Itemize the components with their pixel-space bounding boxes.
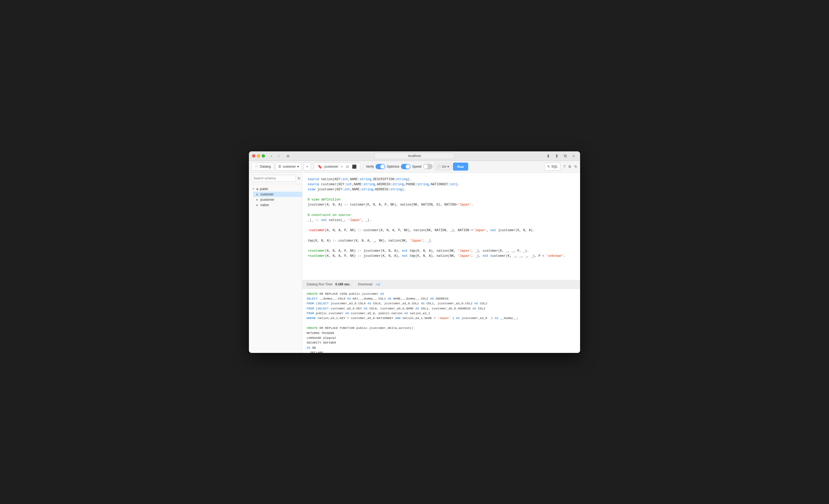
run-time-value: 0.166 sec.	[335, 282, 350, 286]
main-content: ↻ ▼ ◈ public ▶ customer ▶ jcustomer	[249, 173, 580, 353]
sql-line-11: SECURITY DEFINER	[307, 340, 576, 345]
item-label: jcustomer	[260, 198, 274, 201]
bookmark-icon[interactable]: 🔖	[317, 164, 323, 169]
catalog-icon: 📄	[255, 165, 258, 168]
settings-icon[interactable]: ⚙	[568, 164, 572, 169]
sql-line-9: RETURNS TRIGGER	[307, 331, 576, 336]
chevron-down-icon: ▾	[297, 165, 299, 168]
tree-item-customer[interactable]: ▶ customer	[253, 192, 302, 197]
run-button[interactable]: Run	[453, 163, 468, 170]
optimize-toggle-group: Optimize	[387, 164, 410, 169]
code-line-9: _|_ :- not nation(_, 'Japan', _).	[308, 218, 575, 223]
verify-toggle[interactable]	[375, 164, 385, 169]
forward-button[interactable]: ›	[276, 153, 282, 159]
code-line-7	[308, 208, 575, 213]
code-line-3: view jcustomer(KEY:int,NAME:string,ADDRE…	[308, 187, 575, 192]
speed-knob	[424, 164, 428, 169]
time-dropdown[interactable]: 🕐 1m ▾	[434, 163, 452, 170]
toolbar: 📄 Datalog ☰ customer ▾ + 🔖 jcustomer × ⧉…	[249, 161, 580, 173]
result-code[interactable]: CREATE OR REPLACE VIEW public.jcustomer …	[302, 289, 580, 353]
chevron-down-icon: ▾	[447, 165, 449, 168]
code-line-2: source customer(KEY:int,NAME:string,ADDR…	[308, 182, 575, 187]
sql-line-7	[307, 321, 576, 326]
item-label: nation	[260, 203, 269, 207]
edit-icon: ✎	[547, 165, 550, 168]
editor-area: source nation(KEY:int,NAME:string,DESCRI…	[302, 173, 580, 353]
tree-root-public[interactable]: ▼ ◈ public	[249, 186, 302, 192]
code-line-10	[308, 223, 575, 228]
search-bar: ↻	[249, 173, 302, 184]
new-tab-icon[interactable]: ＋	[571, 153, 577, 159]
tree-item-nation[interactable]: ▶ nation	[253, 202, 302, 208]
maximize-button[interactable]	[262, 154, 265, 157]
share-icon[interactable]: ⬆	[553, 153, 560, 159]
search-input[interactable]	[251, 175, 296, 182]
item-arrow: ▶	[256, 198, 259, 201]
sql-line-3: FROM (SELECT jcustomer_a3_0.COL0 AS COL0…	[307, 301, 576, 306]
sql-button[interactable]: ✎ SQL	[544, 163, 561, 170]
url-bar[interactable]: localhost	[374, 153, 455, 159]
speed-toggle[interactable]	[423, 164, 433, 169]
item-label: customer	[260, 192, 274, 196]
time-label: 1m	[442, 165, 446, 168]
sql-line-13: DECLARE	[307, 350, 576, 353]
sidebar: ↻ ▼ ◈ public ▶ customer ▶ jcustomer	[249, 173, 302, 353]
refresh-icon[interactable]: ↻	[574, 164, 577, 169]
tree-item-jcustomer[interactable]: ▶ jcustomer	[253, 197, 302, 202]
run-time-label: Datalog Run Time:	[307, 282, 333, 286]
titlebar-actions: ⬇ ⬆ ⧉ ＋	[545, 153, 577, 159]
close-button[interactable]	[252, 154, 255, 157]
speed-label: Speed	[412, 165, 422, 168]
editor-top[interactable]: source nation(KEY:int,NAME:string,DESCRI…	[302, 173, 580, 280]
code-line-15: +customer(K, N, A, P, NK) :- jcustomer(K…	[308, 248, 575, 254]
table-label: customer	[283, 165, 296, 168]
table-selector[interactable]: ☰ customer ▾	[275, 163, 301, 170]
code-line-13: tmp(K, N, A) :- customer(K, N, A, _, NK)…	[308, 238, 575, 243]
back-button[interactable]: ‹	[268, 153, 275, 159]
traffic-lights	[252, 154, 265, 157]
add-tab-button[interactable]: +	[303, 163, 311, 170]
sql-line-6: WHERE nation_a3_1.KEY = customer_a5_0.NA…	[307, 316, 576, 321]
item-arrow: ▶	[256, 193, 259, 196]
optimize-knob	[406, 164, 410, 169]
toolbar-right: ✎ SQL ? ⚙ ↻	[544, 163, 577, 170]
item-arrow: ▶	[256, 204, 259, 206]
verify-knob	[380, 164, 385, 169]
minimize-button[interactable]	[257, 154, 260, 157]
code-line-11: -customer(K, N, A, P, NK) :- customer(K,…	[308, 228, 575, 233]
window-icon[interactable]: ⧉	[562, 153, 568, 159]
sql-line-5: FROM public.customer AS customer_a5_0, p…	[307, 311, 576, 316]
schema-icon: ◈	[256, 187, 258, 191]
tab-label: jcustomer	[324, 165, 338, 168]
save-tab-icon[interactable]: ⬛	[351, 164, 357, 169]
plus-icon: +	[307, 165, 308, 168]
code-line-8: % constraint on source:	[308, 213, 575, 218]
close-tab-icon[interactable]: ×	[340, 164, 344, 169]
clock-icon: 🕐	[437, 165, 441, 168]
schema-label: public	[260, 187, 268, 191]
nav-buttons: ‹ › ⊞	[268, 153, 291, 159]
main-window: ‹ › ⊞ localhost ⬇ ⬆ ⧉ ＋ 📄 Datalog ☰ cust…	[249, 151, 580, 353]
sql-line-1: CREATE OR REPLACE VIEW public.jcustomer …	[307, 292, 576, 296]
copy-tab-icon[interactable]: ⧉	[345, 164, 350, 169]
sidebar-toggle-button[interactable]: ⊞	[285, 153, 291, 159]
catalog-button[interactable]: 📄 Datalog	[252, 163, 274, 170]
sql-label: SQL	[551, 165, 557, 168]
help-icon[interactable]: ?	[563, 164, 566, 169]
verify-label: Verify	[366, 165, 374, 168]
optimize-toggle[interactable]	[401, 164, 410, 169]
titlebar: ‹ › ⊞ localhost ⬇ ⬆ ⧉ ＋	[249, 151, 580, 161]
download-link[interactable]: .sql	[375, 282, 380, 286]
schema-refresh-button[interactable]: ↻	[297, 175, 301, 182]
optimize-label: Optimize	[387, 165, 399, 168]
download-icon[interactable]: ⬇	[545, 153, 551, 159]
tab-container: 🔖 jcustomer × ⧉ ⬛	[314, 163, 360, 170]
code-line-4	[308, 192, 575, 197]
table-icon: ☰	[278, 165, 281, 168]
sql-line-12: AS $$	[307, 345, 576, 350]
tab-jcustomer[interactable]: 🔖 jcustomer × ⧉ ⬛	[314, 163, 360, 170]
sql-line-8: CREATE OR REPLACE FUNCTION public.jcusto…	[307, 326, 576, 331]
verify-toggle-group: Verify	[366, 164, 385, 169]
code-line-14	[308, 243, 575, 248]
code-line-5: % view definition	[308, 197, 575, 202]
